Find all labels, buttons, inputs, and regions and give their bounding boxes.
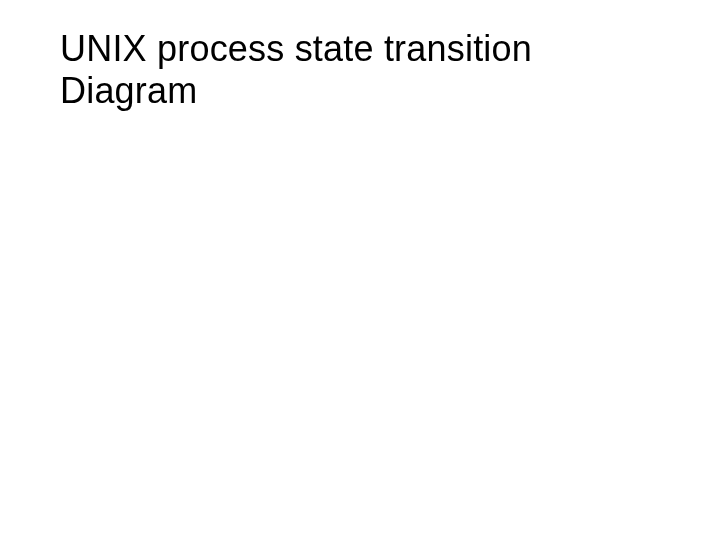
slide: UNIX process state transition Diagram xyxy=(0,0,720,540)
slide-title: UNIX process state transition Diagram xyxy=(60,28,660,112)
